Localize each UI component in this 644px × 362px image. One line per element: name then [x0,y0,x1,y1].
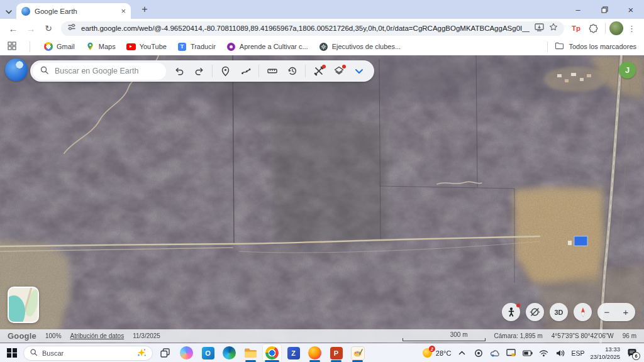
reload-icon[interactable]: ↻ [40,20,57,36]
clubes-favicon [319,42,328,52]
copilot-sparkle-icon [136,348,147,358]
taskbar-app-chrome[interactable] [263,344,281,362]
profile-avatar[interactable] [609,21,623,35]
bookmark-gmail[interactable]: Gmail [43,42,75,52]
taskbar-app-file-explorer[interactable] [242,344,260,362]
tray-time: 13:33 [605,346,620,353]
orbit-disabled-button[interactable] [526,303,544,321]
earth-search-input[interactable]: Buscar en Google Earth [33,63,166,80]
install-app-icon[interactable] [535,23,544,34]
undo-icon[interactable] [172,64,186,79]
browser-menu-kebab-icon[interactable]: ⋮ [625,24,639,33]
browser-toolbar: ← → ↻ earth.google.com/web/@-4.96520414,… [0,19,644,38]
taskbar-search-placeholder: Buscar [42,349,132,357]
zoom-in-button[interactable]: + [616,307,635,317]
minimap-water [8,295,25,323]
notification-center-button[interactable]: 6 [626,348,638,359]
start-button[interactable] [4,345,20,361]
attribution-link[interactable]: Atribución de datos [70,332,125,339]
windows-taskbar: Buscar O Z P 2 28°C [0,343,644,362]
compass-button[interactable] [574,303,592,321]
battery-tray-icon[interactable] [522,348,533,358]
measure-ruler-icon[interactable] [265,64,279,79]
3d-toggle-button[interactable]: 3D [550,303,568,321]
taskbar-app-firefox[interactable] [306,344,324,362]
redo-icon[interactable] [192,64,206,79]
taskbar-app-zoomit[interactable]: Z [284,344,303,362]
window-minimize-button[interactable]: – [565,0,591,19]
back-icon[interactable]: ← [5,20,21,36]
bookmark-maps[interactable]: Maps [86,42,116,52]
map-style-thumbnail[interactable] [8,287,39,323]
notification-dot [322,65,326,69]
window-restore-button[interactable] [591,0,618,19]
firefox-icon [308,346,321,359]
screen: Google Earth × + – × ← → ↻ earth.google.… [0,0,644,362]
extensions-puzzle-icon[interactable] [585,20,601,36]
tab-search-chevron-icon[interactable] [5,6,13,17]
taskbar-app-copilot[interactable] [177,344,196,362]
style-tools-icon[interactable] [311,64,326,79]
tab-close-icon[interactable]: × [121,6,126,16]
windows-logo-icon [7,348,17,358]
browser-tab[interactable]: Google Earth × [16,3,131,19]
zoom-level: 100% [45,332,62,339]
bookmark-cultivar[interactable]: Aprende a Cultivar c... [226,42,308,52]
language-indicator[interactable]: ESP [571,349,584,357]
copilot-icon [180,346,193,359]
google-earth-favicon [21,7,30,16]
weather-widget[interactable]: 2 28°C [423,348,452,358]
taskbar-app-edge[interactable] [220,344,238,362]
wifi-tray-icon[interactable] [538,348,549,358]
browser-titlebar: Google Earth × + – × [0,0,644,19]
earth-account-avatar[interactable]: J [619,62,636,79]
taskbar-search-box[interactable]: Buscar [23,346,153,361]
satellite-imagery [0,55,644,343]
notification-dot [342,65,346,69]
zoom-control: − + [597,303,635,321]
bookmark-star-icon[interactable] [549,23,558,34]
translate-favicon: T [177,42,187,52]
bookmark-translate[interactable]: T Traducir [177,42,216,52]
toolbar-collapse-chevron-icon[interactable] [352,64,366,79]
draw-path-icon[interactable] [238,64,253,79]
taskbar-app-paint[interactable] [348,344,367,362]
url-bar[interactable]: earth.google.com/web/@-4.96520414,-80.70… [61,21,564,36]
notification-count-badge: 6 [632,352,640,360]
apps-grid-icon[interactable] [8,41,16,52]
taskbar-app-outlook[interactable]: O [199,344,217,362]
toolbar-separator [305,65,306,77]
site-settings-tune-icon[interactable] [67,23,76,34]
toolbar-separator [258,65,259,77]
layers-icon[interactable] [331,64,346,79]
imagery-date: 11/3/2025 [133,332,160,339]
record-tray-icon[interactable] [473,348,484,358]
notification-dot [516,304,520,307]
hidden-icons-chevron[interactable] [457,348,467,358]
all-bookmarks[interactable]: Todos los marcadores [545,41,636,52]
cast-screen-tray-icon[interactable] [506,348,516,358]
forward-icon[interactable]: → [23,20,39,36]
map-viewport[interactable]: Buscar en Google Earth [0,55,644,343]
tab-title: Google Earth [35,8,116,15]
onedrive-tray-icon[interactable] [489,348,500,358]
bookmark-clubes[interactable]: Ejecutivos de clubes... [319,42,401,52]
historical-imagery-icon[interactable] [285,64,299,79]
street-view-pegman-button[interactable] [502,303,520,321]
task-view-button[interactable] [156,344,174,362]
extension-tp-icon[interactable]: Tp [569,25,584,32]
taskbar-clock[interactable]: 13:33 23/10/2025 [590,346,620,360]
url-text[interactable]: earth.google.com/web/@-4.96520414,-80.70… [81,25,530,32]
google-earth-logo[interactable] [5,58,28,81]
earth-search-placeholder: Buscar en Google Earth [55,67,138,75]
folder-icon [555,42,564,51]
paint-icon [351,346,365,360]
taskbar-app-powerpoint[interactable]: P [327,344,345,362]
bookmark-youtube[interactable]: YouTube [126,42,167,52]
add-placemark-icon[interactable] [218,64,233,79]
zoom-out-button[interactable]: − [597,307,616,317]
volume-tray-icon[interactable] [555,348,565,358]
zoomit-icon: Z [287,347,300,359]
window-close-button[interactable]: × [618,0,644,19]
new-tab-button[interactable]: + [137,3,152,16]
